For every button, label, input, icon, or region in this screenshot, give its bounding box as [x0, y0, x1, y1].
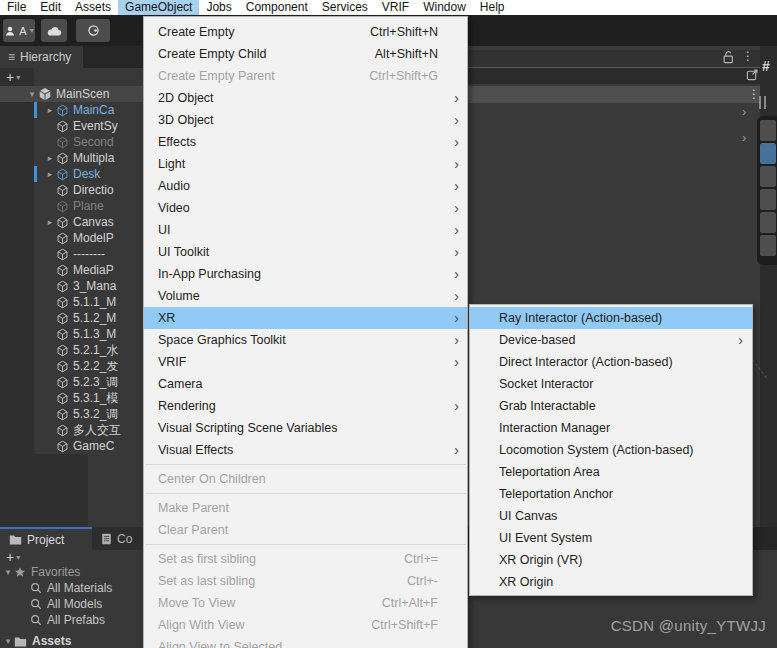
menu-item-ui-event-system[interactable]: UI Event System — [470, 527, 752, 549]
unlock-icon[interactable] — [722, 50, 734, 64]
menu-item-socket-interactor[interactable]: Socket Interactor — [470, 373, 752, 395]
menubar-item-edit[interactable]: Edit — [33, 0, 68, 15]
menu-item-set-as-first-sibling[interactable]: Set as first siblingCtrl+= — [144, 548, 467, 570]
menu-item-rendering[interactable]: Rendering› — [144, 395, 467, 417]
menubar-item-jobs[interactable]: Jobs — [199, 0, 238, 15]
menubar-item-gameobject[interactable]: GameObject — [118, 0, 199, 15]
gameobject-cube-icon — [56, 216, 69, 229]
tab-hierarchy[interactable]: ≡ Hierarchy — [0, 46, 83, 68]
grid-hash-icon[interactable]: # — [762, 58, 770, 74]
account-button[interactable]: A ▾ — [3, 19, 35, 42]
menu-item-xr-origin-vr[interactable]: XR Origin (VR) — [470, 549, 752, 571]
menu-item-light[interactable]: Light› — [144, 153, 467, 175]
overlay-drag-handle[interactable] — [759, 96, 766, 109]
triangle-right-icon: ▸ — [44, 217, 56, 227]
menu-item-2d-object[interactable]: 2D Object› — [144, 87, 467, 109]
menu-item-ui-canvas[interactable]: UI Canvas — [470, 505, 752, 527]
menu-item-label: UI Event System — [499, 531, 735, 545]
menu-item-ray-interactor-action-based[interactable]: Ray Interactor (Action-based) — [470, 307, 752, 329]
menubar-item-services[interactable]: Services — [315, 0, 375, 15]
menu-item-label: 3D Object — [158, 113, 451, 127]
submenu-arrow-icon: › — [451, 219, 462, 241]
menu-item-space-graphics-toolkit[interactable]: Space Graphics Toolkit› — [144, 329, 467, 351]
watermark: CSDN @unity_YTWJJ — [611, 617, 766, 634]
menu-item-align-view-to-selected[interactable]: Align View to Selected — [144, 636, 467, 648]
console-tab-label: Co — [117, 532, 132, 546]
menu-item-create-empty-child[interactable]: Create Empty ChildAlt+Shift+N — [144, 43, 467, 65]
menu-item-label: Rendering — [158, 399, 451, 413]
tool-button[interactable] — [760, 189, 776, 210]
menu-item-ui-toolkit[interactable]: UI Toolkit› — [144, 241, 467, 263]
menu-item-effects[interactable]: Effects› — [144, 131, 467, 153]
menu-item-move-to-view[interactable]: Move To ViewCtrl+Alt+F — [144, 592, 467, 614]
menu-item-set-as-last-sibling[interactable]: Set as last siblingCtrl+- — [144, 570, 467, 592]
gameobject-cube-icon — [56, 296, 69, 309]
menubar-item-component[interactable]: Component — [239, 0, 315, 15]
menu-item-shortcut: Ctrl+- — [407, 574, 438, 588]
tool-button[interactable] — [760, 166, 776, 187]
menu-item-grab-interactable[interactable]: Grab Interactable — [470, 395, 752, 417]
menu-item-make-parent[interactable]: Make Parent — [144, 497, 467, 519]
menu-item-shortcut: Ctrl+= — [404, 552, 438, 566]
menu-item-align-with-view[interactable]: Align With ViewCtrl+Shift+F — [144, 614, 467, 636]
project-item-label: All Materials — [47, 581, 112, 595]
foldout-chevron-icon[interactable]: › — [742, 104, 746, 119]
tool-button[interactable] — [760, 120, 776, 141]
tab-project[interactable]: Project — [0, 527, 92, 550]
hierarchy-item-label: 5.3.1_模 — [73, 390, 118, 407]
menu-item-audio[interactable]: Audio› — [144, 175, 467, 197]
triangle-down-icon: ▾ — [26, 89, 38, 99]
menu-item-teleportation-anchor[interactable]: Teleportation Anchor — [470, 483, 752, 505]
menu-item-interaction-manager[interactable]: Interaction Manager — [470, 417, 752, 439]
menu-item-create-empty[interactable]: Create EmptyCtrl+Shift+N — [144, 21, 467, 43]
hierarchy-item-label: Second — [73, 135, 114, 149]
panel-menu-dots-icon[interactable]: ⋮ — [742, 49, 754, 63]
cloud-button[interactable] — [41, 19, 67, 42]
menu-item-clear-parent[interactable]: Clear Parent — [144, 519, 467, 541]
menu-item-in-app-purchasing[interactable]: In-App Purchasing› — [144, 263, 467, 285]
unity-editor-window: A ▾ ⋮ ⋮ › › # ≡ Hierarchy — [0, 0, 777, 648]
submenu-arrow-icon: › — [451, 109, 462, 131]
triangle-down-icon: ▾ — [2, 567, 14, 577]
open-window-icon[interactable] — [746, 68, 759, 81]
menubar-item-window[interactable]: Window — [416, 0, 473, 15]
menu-item-locomotion-system-action-based[interactable]: Locomotion System (Action-based) — [470, 439, 752, 461]
menu-item-volume[interactable]: Volume› — [144, 285, 467, 307]
triangle-right-icon: ▸ — [44, 169, 56, 179]
menu-item-create-empty-parent[interactable]: Create Empty ParentCtrl+Shift+G — [144, 65, 467, 87]
gameobject-cube-icon — [56, 200, 69, 213]
tool-button-active[interactable] — [760, 143, 776, 164]
menu-item-teleportation-area[interactable]: Teleportation Area — [470, 461, 752, 483]
gameobject-cube-icon — [56, 344, 69, 357]
prefab-override-bar — [34, 102, 37, 118]
menu-item-device-based[interactable]: Device-based› — [470, 329, 752, 351]
tool-button[interactable] — [760, 235, 776, 256]
menu-item-ui[interactable]: UI› — [144, 219, 467, 241]
menu-item-camera[interactable]: Camera — [144, 373, 467, 395]
menu-item-xr[interactable]: XR› — [144, 307, 467, 329]
folder-icon — [9, 534, 22, 545]
menu-item-label: XR Origin — [499, 575, 735, 589]
menu-item-label: Locomotion System (Action-based) — [499, 443, 735, 457]
foldout-chevron-icon[interactable]: › — [742, 130, 746, 145]
hierarchy-add-button[interactable]: + ▾ — [0, 68, 20, 86]
hierarchy-item-label: GameC — [73, 439, 114, 453]
search-icon — [30, 582, 42, 594]
menu-item-xr-origin[interactable]: XR Origin — [470, 571, 752, 593]
tool-button[interactable] — [760, 212, 776, 233]
menubar-item-vrif[interactable]: VRIF — [375, 0, 416, 15]
menubar-item-file[interactable]: File — [0, 0, 33, 15]
menu-item-visual-scripting-scene-variables[interactable]: Visual Scripting Scene Variables — [144, 417, 467, 439]
search-icon — [30, 598, 42, 610]
menu-item-3d-object[interactable]: 3D Object› — [144, 109, 467, 131]
menu-item-visual-effects[interactable]: Visual Effects› — [144, 439, 467, 461]
menu-item-label: Ray Interactor (Action-based) — [499, 311, 735, 325]
triangle-right-icon: ▸ — [44, 105, 56, 115]
menu-item-center-on-children[interactable]: Center On Children — [144, 468, 467, 490]
menu-item-direct-interactor-action-based[interactable]: Direct Interactor (Action-based) — [470, 351, 752, 373]
menubar-item-help[interactable]: Help — [473, 0, 512, 15]
menu-item-vrif[interactable]: VRIF› — [144, 351, 467, 373]
menu-item-video[interactable]: Video› — [144, 197, 467, 219]
menubar-item-assets[interactable]: Assets — [68, 0, 118, 15]
version-control-button[interactable] — [76, 19, 110, 42]
